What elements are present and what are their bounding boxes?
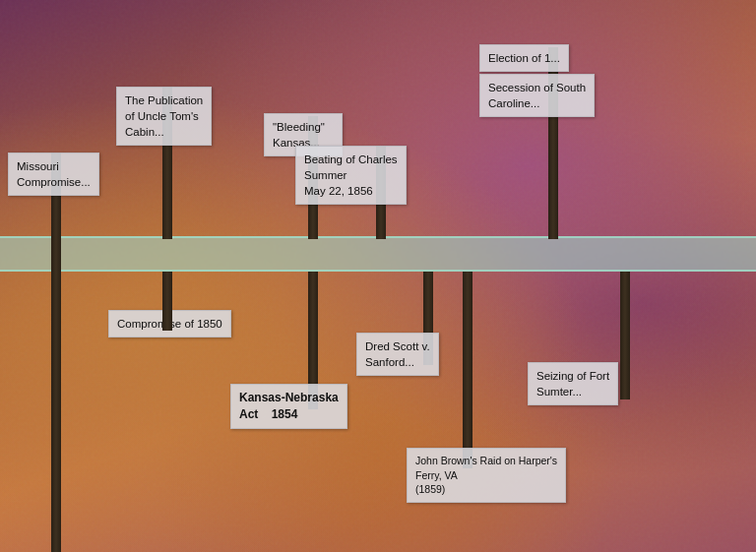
post-missouri — [51, 153, 61, 552]
post-john-brown — [463, 272, 472, 468]
label-uncle-tom: The Publicationof Uncle Tom'sCabin... — [116, 87, 212, 146]
timeline-band — [0, 236, 756, 272]
label-missouri: MissouriCompromise... — [8, 153, 99, 196]
label-secession: Secession of SouthCaroline... — [479, 74, 595, 117]
timeline-scene: MissouriCompromise... The Publicationof … — [0, 0, 756, 552]
label-dred-scott: Dred Scott v.Sanford... — [356, 333, 439, 376]
post-compromise-1850 — [162, 272, 172, 331]
label-john-brown: John Brown's Raid on Harper'sFerry, VA(1… — [407, 448, 566, 503]
label-election: Election of 1... — [479, 44, 569, 72]
label-beating-charles: Beating of CharlesSummerMay 22, 1856 — [295, 146, 407, 205]
label-fort-sumter: Seizing of FortSumter... — [528, 362, 618, 405]
label-kansas-nebraska: Kansas-NebraskaAct 1854 — [230, 384, 347, 429]
post-fort-sumter — [620, 272, 630, 399]
